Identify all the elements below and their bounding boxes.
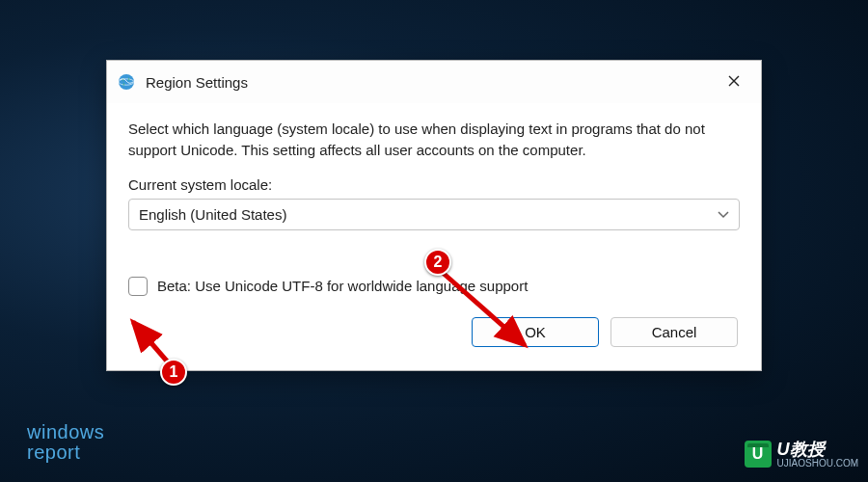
- titlebar: Region Settings: [107, 61, 761, 103]
- watermark-sub: UJIAOSHOU.COM: [777, 459, 858, 469]
- dialog-title: Region Settings: [146, 74, 717, 91]
- watermark-left-line2: report: [27, 442, 104, 463]
- locale-dropdown[interactable]: English (United States): [128, 199, 740, 230]
- dialog-description: Select which language (system locale) to…: [128, 119, 740, 161]
- watermark-text: U教授 UJIAOSHOU.COM: [777, 441, 858, 469]
- watermark-left: windows report: [27, 422, 104, 463]
- utf8-checkbox[interactable]: [128, 277, 148, 296]
- svg-line-2: [133, 322, 170, 364]
- svg-line-3: [442, 272, 525, 345]
- watermark-left-line1: windows: [27, 422, 104, 442]
- locale-label: Current system locale:: [128, 176, 740, 193]
- svg-point-0: [119, 74, 134, 90]
- locale-value: English (United States): [139, 206, 286, 223]
- annotation-arrow-2: [430, 260, 546, 357]
- watermark-right: U U教授 UJIAOSHOU.COM: [745, 441, 858, 469]
- chevron-down-icon: [718, 207, 729, 222]
- watermark-main: U教授: [777, 441, 858, 459]
- globe-icon: [117, 72, 136, 92]
- watermark-badge: U: [745, 441, 772, 468]
- annotation-marker-2: 2: [424, 249, 451, 276]
- annotation-marker-1: 1: [160, 359, 187, 386]
- close-button[interactable]: [717, 68, 751, 95]
- close-icon: [728, 72, 740, 92]
- cancel-button[interactable]: Cancel: [610, 317, 738, 347]
